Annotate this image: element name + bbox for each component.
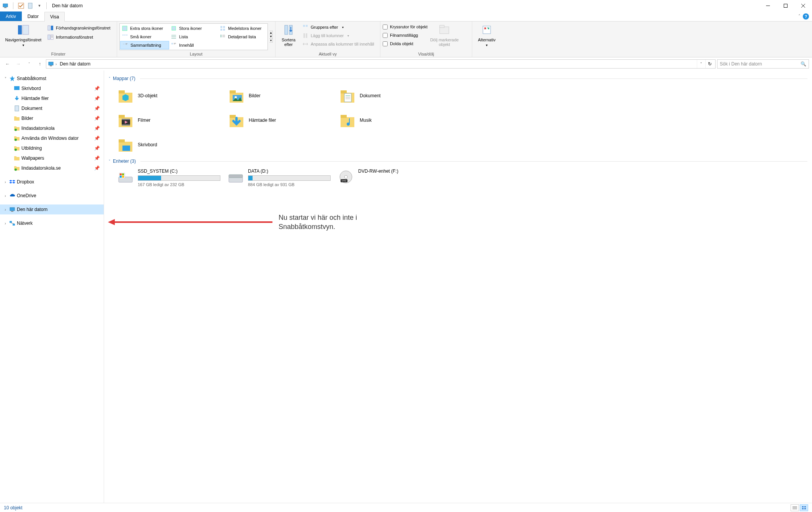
navigation-tree[interactable]: ˅ Snabbåtkomst Skrivbord📌 Hämtade filer📌… (0, 70, 104, 503)
tree-network[interactable]: ›Nätverk (0, 218, 104, 228)
svg-rect-22 (122, 34, 124, 36)
search-input[interactable] (720, 61, 798, 67)
svg-text:DVD: DVD (342, 180, 347, 182)
drive-c[interactable]: SSD_SYSTEM (C:) 167 GB ledigt av 232 GB (116, 167, 223, 188)
preview-pane-button[interactable]: Förhandsgranskningsfönstret (46, 24, 112, 32)
address-bar[interactable]: › Den här datorn ˅ ↻ (46, 59, 716, 69)
tree-utbild[interactable]: Utbildning📌 (0, 143, 104, 153)
up-button[interactable]: ↑ (35, 59, 44, 69)
details-pane-button[interactable]: Informationsfönstret (46, 33, 112, 41)
collapse-ribbon-icon[interactable]: ˄ (798, 14, 801, 19)
tree-downloads[interactable]: Hämtade filer📌 (0, 93, 104, 103)
drive-c-bar (138, 175, 220, 181)
drive-f[interactable]: DVD DVD-RW-enhet (F:) (336, 167, 443, 188)
pin-icon: 📌 (94, 86, 100, 91)
content-area[interactable]: ˅ Mappar (7) 3D-objekt Bilder Dokument F… (104, 70, 812, 503)
folder-documents[interactable]: Dokument (338, 84, 446, 107)
layout-list[interactable]: Lista (169, 33, 218, 41)
qat-dropdown-icon[interactable]: ▼ (36, 3, 42, 9)
tab-file[interactable]: Arkiv (0, 11, 22, 21)
tree-dropbox[interactable]: ›Dropbox (0, 177, 104, 187)
svg-rect-90 (230, 115, 236, 118)
ribbon-tabs: Arkiv Dator Visa ˄ ? (0, 11, 812, 21)
svg-rect-65 (14, 166, 16, 167)
checkbox-file-ext[interactable]: Filnamnstillägg (383, 31, 427, 39)
svg-rect-12 (48, 35, 50, 39)
view-large-toggle[interactable] (800, 504, 808, 511)
drive-d[interactable]: DATA (D:) 884 GB ledigt av 931 GB (226, 167, 333, 188)
close-button[interactable] (794, 0, 812, 11)
breadcrumb-thispc[interactable]: Den här datorn (58, 61, 92, 67)
layout-scroll-up[interactable]: ▲ (269, 31, 272, 35)
svg-rect-10 (48, 26, 50, 30)
group-by-button[interactable]: Gruppera efter▾ (301, 23, 376, 31)
thispc-icon (2, 3, 8, 9)
options-button[interactable]: Alternativ ▼ (474, 22, 499, 49)
sort-by-button[interactable]: Sortera efter (278, 22, 299, 48)
svg-rect-100 (120, 176, 122, 178)
fit-columns-button: Anpassa alla kolumner till innehåll (301, 40, 376, 48)
annotation-text: Nu startar vi här och inte i Snabbåtkoms… (279, 213, 378, 232)
search-box[interactable]: 🔍 (717, 59, 809, 69)
view-details-toggle[interactable] (791, 504, 799, 511)
tree-anvand[interactable]: Använda din Windows dator📌 (0, 133, 104, 143)
tree-lds[interactable]: lindasdatorskola📌 (0, 123, 104, 133)
back-button[interactable]: ← (3, 59, 12, 69)
section-folders[interactable]: ˅ Mappar (7) (109, 76, 807, 81)
folder-icon (14, 125, 20, 131)
folder-downloads[interactable]: Hämtade filer (227, 109, 335, 132)
tree-pictures[interactable]: Bilder📌 (0, 113, 104, 123)
checkbox-item-boxes[interactable]: Kryssrutor för objekt (383, 23, 427, 31)
tree-documents[interactable]: Dokument📌 (0, 103, 104, 113)
tree-desktop[interactable]: Skrivbord📌 (0, 83, 104, 93)
layout-details[interactable]: Detaljerad lista (218, 33, 267, 41)
tree-quickaccess[interactable]: ˅ Snabbåtkomst (0, 74, 104, 83)
address-dropdown[interactable]: ˅ (697, 60, 705, 68)
layout-xl-icons[interactable]: Extra stora ikoner (120, 24, 169, 33)
layout-s-icons[interactable]: Små ikoner (120, 33, 169, 41)
tab-dator[interactable]: Dator (22, 11, 44, 21)
tree-onedrive[interactable]: ›OneDrive (0, 191, 104, 201)
svg-rect-115 (804, 508, 806, 509)
search-icon[interactable]: 🔍 (801, 61, 806, 67)
folder-3dobjects[interactable]: 3D-objekt (116, 84, 224, 107)
svg-point-105 (344, 175, 347, 178)
hide-selected-button: Dölj markerade objekt (429, 22, 460, 48)
checkbox-hidden[interactable]: Dolda objekt (383, 40, 427, 47)
layout-l-icons[interactable]: Stora ikoner (169, 24, 218, 33)
maximize-button[interactable] (777, 0, 794, 11)
layout-content[interactable]: Innehåll (169, 41, 218, 49)
svg-rect-23 (124, 34, 126, 36)
folder-music[interactable]: Musik (338, 109, 446, 132)
svg-rect-62 (14, 157, 20, 160)
layout-gallery[interactable]: Extra stora ikoner Stora ikoner Medelsto… (119, 23, 268, 50)
qat-checkbox-icon[interactable] (18, 3, 24, 9)
svg-rect-17 (172, 26, 176, 30)
tree-wallpapers[interactable]: Wallpapers📌 (0, 153, 104, 163)
thispc-icon (48, 61, 54, 67)
tree-ldsse[interactable]: lindasdatorskola.se📌 (0, 163, 104, 173)
layout-tiles[interactable]: Sammanfattning (120, 41, 169, 49)
group-label-aktuell: Aktuell vy (278, 51, 378, 57)
section-devices[interactable]: ˅ Enheter (3) (109, 159, 807, 164)
folder-pictures[interactable]: Bilder (227, 84, 335, 107)
svg-rect-44 (440, 27, 449, 34)
layout-m-icons[interactable]: Medelstora ikoner (218, 24, 267, 33)
svg-point-55 (15, 129, 17, 131)
folder-desktop[interactable]: Skrivbord (116, 133, 224, 156)
navigation-pane-button[interactable]: Navigeringsfönstret ▼ (2, 22, 44, 49)
minimize-button[interactable] (759, 0, 777, 11)
svg-rect-50 (15, 106, 19, 111)
layout-scroll-down[interactable]: ▼ (269, 35, 272, 39)
folder-videos[interactable]: Filmer (116, 109, 224, 132)
tab-visa[interactable]: Visa (44, 12, 65, 21)
refresh-button[interactable]: ↻ (705, 60, 714, 68)
layout-expand[interactable]: ▾ (269, 39, 272, 42)
svg-rect-11 (51, 26, 53, 30)
qat-file-icon[interactable] (27, 3, 33, 9)
folder-icon (14, 145, 20, 151)
help-icon[interactable]: ? (803, 13, 809, 20)
recent-dropdown[interactable]: ˅ (24, 59, 34, 69)
svg-point-58 (15, 139, 17, 141)
tree-thispc[interactable]: ›Den här datorn (0, 204, 104, 214)
